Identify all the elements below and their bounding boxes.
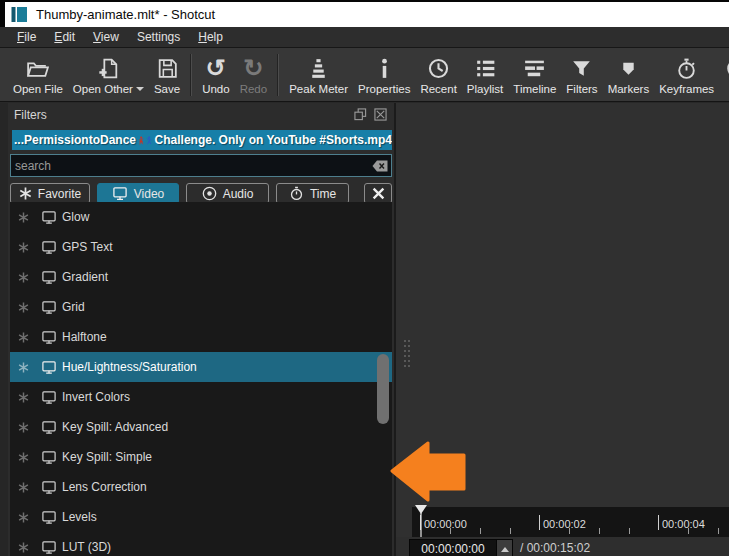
toolbar-playlist[interactable]: Playlist [462,55,508,95]
spinner-up-icon [501,547,509,552]
filter-row[interactable]: Glow [10,202,392,232]
favorite-star-icon[interactable] [18,512,32,523]
favorite-star-icon[interactable] [18,302,32,313]
favorite-star-icon[interactable] [18,392,32,403]
filter-name: Grid [62,300,85,314]
favorite-star-icon[interactable] [18,242,32,253]
tab-favorite[interactable]: Favorite [10,183,90,204]
tab-audio[interactable]: Audio [186,183,269,204]
favorite-star-icon[interactable] [18,422,32,433]
toolbar-recent[interactable]: Recent [415,55,461,95]
position-spinbox[interactable]: 00:00:00:00 [409,539,513,556]
monitor-icon [41,510,57,525]
toolbar-label: Timeline [513,83,556,95]
tab-video[interactable]: Video [97,183,179,204]
info-icon [372,55,397,82]
playhead[interactable] [414,504,428,538]
filter-row[interactable]: Gradient [10,262,392,292]
backspace-icon [372,160,388,172]
spinner-up-button[interactable] [496,540,512,556]
favorite-star-icon[interactable] [18,482,32,493]
float-panel-button[interactable] [353,107,368,122]
monitor-icon [41,330,57,345]
title-bar: Thumby-animate.mlt* - Shotcut [0,0,729,27]
clip-title-prefix: ...PermissiontoDance [14,133,136,147]
toolbar-undo[interactable]: ↺ Undo [197,55,235,95]
shotcut-window: Thumby-animate.mlt* - Shotcut File Edit … [0,0,729,556]
favorite-star-icon[interactable] [18,362,32,373]
filter-row[interactable]: Invert Colors [10,382,392,412]
toolbar-markers[interactable]: Markers [603,55,655,95]
filter-name: Hue/Lightness/Saturation [62,360,197,374]
asterisk-icon [19,187,32,200]
toolbar-peak-meter[interactable]: Peak Meter [284,55,353,95]
close-icon [374,108,387,121]
transport-bar: 00:00:00:00 / 00:00:15:02 [396,537,729,556]
toolbar-redo[interactable]: ↻ Redo [235,55,273,95]
clear-search-button[interactable] [369,155,391,176]
toolbar-timeline[interactable]: Timeline [508,55,561,95]
tab-label: Video [134,187,164,201]
ruler-tick-minor [569,528,570,534]
filter-row[interactable]: Halftone [10,322,392,352]
clipped-icon [724,55,729,82]
stopwatch-icon [289,186,304,201]
filter-row[interactable]: LUT (3D) [10,532,392,556]
favorite-star-icon[interactable] [18,212,32,223]
toolbar-open-other[interactable]: Open Other [68,55,149,95]
tab-time[interactable]: Time [276,183,349,204]
splitter-handle[interactable] [403,339,411,369]
ruler-tick-major [539,515,540,530]
clip-title-suffix: Challenge. Only on YouTube #Shorts.mp4 [155,133,392,147]
stopwatch-icon [674,55,699,82]
filter-name: Lens Correction [62,480,147,494]
favorite-star-icon[interactable] [18,332,32,343]
toolbar-properties[interactable]: Properties [353,55,415,95]
toolbar-open-file[interactable]: Open File [8,55,68,95]
toolbar-keyframes[interactable]: Keyframes [654,55,719,95]
ruler-label: 00:00:02 [543,518,586,530]
menu-settings[interactable]: Settings [128,28,189,46]
monitor-icon [41,450,57,465]
filter-row[interactable]: Lens Correction [10,472,392,502]
filters-panel: Filters ...PermissiontoDance [8,103,396,556]
favorite-star-icon[interactable] [18,542,32,553]
folder-open-icon [25,55,50,82]
monitor-icon [41,420,57,435]
filter-name: Glow [62,210,89,224]
title-bar-inner: Thumby-animate.mlt* - Shotcut [5,2,729,27]
woman-dancer-emoji [138,133,144,148]
filter-row[interactable]: GPS Text [10,232,392,262]
funnel-icon [569,55,594,82]
toolbar-label: Peak Meter [289,83,348,95]
position-timecode: 00:00:00:00 [410,540,496,556]
filter-row[interactable]: Key Spill: Simple [10,442,392,472]
menu-edit[interactable]: Edit [45,28,84,46]
menu-view[interactable]: View [84,28,128,46]
monitor-icon [41,360,57,375]
toolbar-save[interactable]: Save [149,55,185,95]
toolbar-label: Redo [240,83,268,95]
toolbar-filters[interactable]: Filters [561,55,602,95]
filter-row[interactable]: Levels [10,502,392,532]
time-ruler[interactable]: 00:00:00 00:00:02 00:00:04 [412,507,729,537]
ruler-label: 00:00:04 [662,518,705,530]
ruler-tick-minor [480,528,481,534]
filter-row[interactable]: Grid [10,292,392,322]
monitor-icon [41,270,57,285]
favorite-star-icon[interactable] [18,452,32,463]
filter-row-selected[interactable]: Hue/Lightness/Saturation [10,352,392,382]
filter-list-scrollbar[interactable] [377,354,389,424]
monitor-icon [41,480,57,495]
close-panel-button[interactable] [373,107,388,122]
toolbar-history-clipped[interactable]: H [719,55,729,95]
favorite-star-icon[interactable] [18,272,32,283]
menu-help[interactable]: Help [189,28,232,46]
main-toolbar: Open File Open Other Save [0,48,729,102]
search-input[interactable] [11,159,369,173]
filter-row[interactable]: Key Spill: Advanced [10,412,392,442]
close-filter-menu-button[interactable] [364,183,392,204]
menu-file[interactable]: File [8,28,45,46]
ruler-tick-minor [718,528,719,534]
filter-name: Invert Colors [62,390,130,404]
